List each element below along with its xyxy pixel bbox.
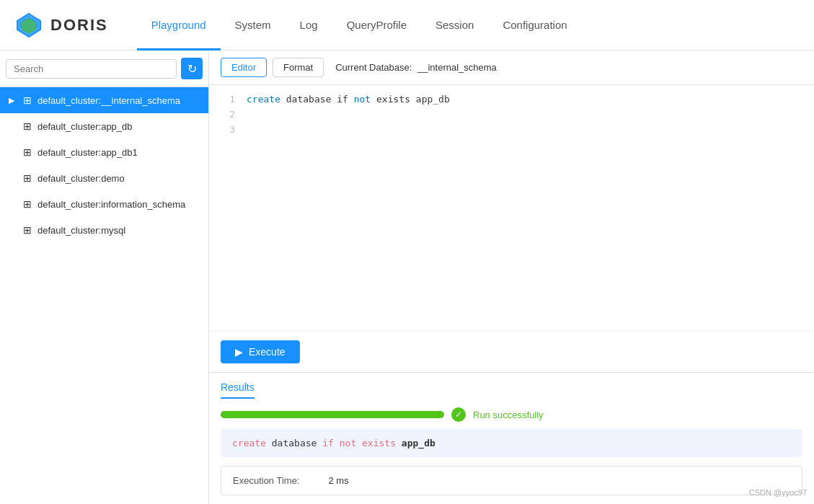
code-editor[interactable]: 1 create database if not exists app_db 2… [209,85,814,331]
line-number: 3 [221,123,235,138]
nav-playground[interactable]: Playground [137,0,221,50]
top-nav: DORIS Playground System Log QueryProfile… [0,0,814,50]
nav-queryprofile[interactable]: QueryProfile [332,0,421,50]
progress-bar [221,411,444,418]
check-circle-icon: ✓ [451,407,466,422]
list-item[interactable]: ⊞ default_cluster:mysql [0,217,208,243]
nav-session[interactable]: Session [421,0,488,50]
db-icon: ⊞ [23,224,32,236]
execute-label: Execute [249,346,286,358]
editor-area: Editor Format Current Database: __intern… [209,50,814,504]
editor-tab-button[interactable]: Editor [221,58,267,77]
expand-arrow-icon: ▶ [9,96,17,105]
execute-button[interactable]: ▶ Execute [221,340,300,363]
db-name: default_cluster:__internal_schema [37,95,180,106]
result-keyword-if: if [322,438,334,448]
db-name: default_cluster:demo [37,173,125,184]
watermark: CSDN @yyoc97 [749,488,807,497]
success-text: Run successfully [473,410,544,420]
current-db-label: Current Database: __internal_schema [335,62,497,73]
list-item[interactable]: ⊞ default_cluster:app_db [0,113,208,139]
editor-toolbar: Editor Format Current Database: __intern… [209,50,814,85]
db-name: default_cluster:information_schema [37,199,185,210]
nav-system[interactable]: System [221,0,286,50]
main-layout: ↻ ▶ ⊞ default_cluster:__internal_schema … [0,50,814,504]
list-item[interactable]: ▶ ⊞ default_cluster:__internal_schema [0,87,208,113]
result-code-block: create database if not exists app_db [221,429,802,457]
result-keyword-exists: exists [362,438,396,448]
code-line-1: 1 create database if not exists app_db [221,92,802,107]
db-icon: ⊞ [23,94,32,106]
execution-time-label: Execution Time: [233,475,300,486]
nav-items: Playground System Log QueryProfile Sessi… [137,0,582,50]
logo-text: DORIS [50,16,108,35]
result-keyword-create: create [232,438,266,448]
success-bar: ✓ Run successfully [221,407,802,422]
db-name: default_cluster:mysql [37,225,125,236]
nav-log[interactable]: Log [286,0,332,50]
db-icon: ⊞ [23,172,32,184]
code-line-3: 3 [221,123,802,138]
refresh-icon: ↻ [187,62,197,76]
db-name: default_cluster:app_db1 [37,147,138,158]
logo-area: DORIS [14,11,108,40]
db-icon: ⊞ [23,198,32,210]
database-list: ▶ ⊞ default_cluster:__internal_schema ⊞ … [0,87,208,504]
execute-area: ▶ Execute [209,331,814,372]
list-item[interactable]: ⊞ default_cluster:information_schema [0,191,208,217]
db-name: default_cluster:app_db [37,121,133,132]
code-line-2: 2 [221,107,802,123]
search-area: ↻ [0,50,208,87]
result-keyword-not: not [340,438,356,448]
keyword-plain: database if [286,94,354,105]
execution-time-row: Execution Time: 2 ms [221,466,802,495]
play-icon: ▶ [235,346,243,358]
list-item[interactable]: ⊞ default_cluster:demo [0,165,208,191]
result-db-name: app_db [402,438,435,448]
result-keyword-database: database [272,438,322,448]
keyword-plain2: exists app_db [376,94,450,105]
results-area: Results ✓ Run successfully create databa… [209,372,814,504]
db-icon: ⊞ [23,146,32,158]
keyword-create: create [247,94,280,105]
format-button[interactable]: Format [273,58,324,77]
sidebar: ↻ ▶ ⊞ default_cluster:__internal_schema … [0,50,209,504]
line-number: 1 [221,92,235,107]
execution-time-value: 2 ms [329,475,349,486]
list-item[interactable]: ⊞ default_cluster:app_db1 [0,139,208,165]
nav-configuration[interactable]: Configuration [488,0,581,50]
search-input[interactable] [6,59,177,79]
keyword-not: not [354,94,371,105]
results-tab[interactable]: Results [221,381,255,399]
doris-logo-icon [14,11,43,40]
line-number: 2 [221,107,235,123]
db-icon: ⊞ [23,120,32,132]
refresh-button[interactable]: ↻ [181,58,203,79]
code-content: create database if not exists app_db [247,92,450,107]
